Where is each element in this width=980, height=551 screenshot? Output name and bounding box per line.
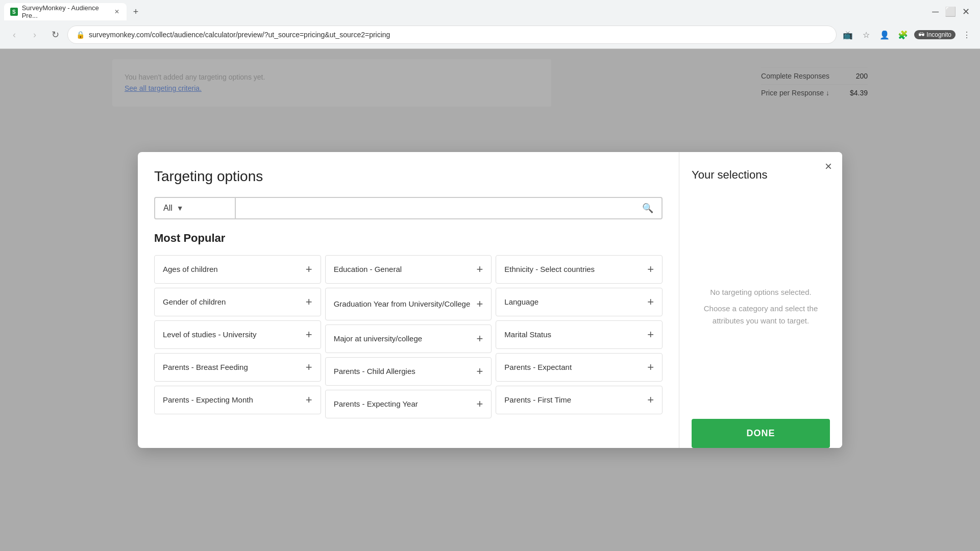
new-tab-button[interactable]: + [129, 5, 143, 19]
reload-button[interactable]: ↻ [47, 27, 63, 43]
option-item-parents-child-allergies[interactable]: Parents - Child Allergies+ [325, 357, 492, 386]
option-item-ages-children[interactable]: Ages of children+ [154, 255, 321, 284]
add-icon-language: + [647, 295, 654, 309]
modal-content-area: Most Popular Ages of children+Gender of … [154, 232, 663, 448]
option-item-marital-status[interactable]: Marital Status+ [496, 320, 663, 349]
modal-overlay: × Targeting options All ▼ 🔍 [0, 49, 980, 551]
option-item-parents-expecting-month[interactable]: Parents - Expecting Month+ [154, 386, 321, 414]
page-background: You haven't added any targeting options … [0, 49, 980, 551]
option-item-parents-first-time[interactable]: Parents - First Time+ [496, 386, 663, 414]
no-selections-line2: Choose a category and select the attribu… [696, 303, 826, 327]
maximize-button[interactable]: ⬜ [945, 6, 956, 17]
close-modal-button[interactable]: × [825, 160, 832, 172]
window-controls: ─ ⬜ ✕ [932, 6, 976, 17]
add-icon-major-university: + [476, 332, 483, 345]
option-item-parents-expectant[interactable]: Parents - Expectant+ [496, 353, 663, 382]
tab-close-button[interactable]: ✕ [113, 8, 120, 16]
close-window-button[interactable]: ✕ [962, 6, 970, 17]
add-icon-graduation-year: + [476, 297, 483, 311]
option-label-language: Language [504, 297, 538, 307]
cast-icon[interactable]: 📺 [841, 28, 855, 42]
option-label-parents-child-allergies: Parents - Child Allergies [334, 366, 415, 377]
back-button[interactable]: ‹ [6, 27, 22, 43]
menu-icon[interactable]: ⋮ [960, 28, 974, 42]
search-icon[interactable]: 🔍 [642, 203, 653, 214]
add-icon-ages-children: + [306, 263, 312, 276]
modal-title: Targeting options [154, 168, 663, 185]
add-icon-parents-first-time: + [647, 393, 654, 407]
add-icon-parents-expecting-month: + [306, 393, 312, 407]
dropdown-arrow-icon: ▼ [177, 204, 184, 212]
add-icon-level-studies: + [306, 328, 312, 341]
modal-right-panel: Your selections No targeting options sel… [679, 152, 842, 448]
search-input[interactable] [244, 204, 642, 213]
option-label-parents-expectant: Parents - Expectant [504, 362, 572, 372]
lock-icon: 🔒 [76, 31, 85, 39]
tab-bar: S SurveyMonkey - Audience Pre... ✕ + ─ ⬜… [0, 0, 980, 20]
filter-bar: All ▼ 🔍 [154, 197, 663, 219]
option-label-ages-children: Ages of children [163, 264, 218, 274]
add-icon-parents-expecting-year: + [476, 397, 483, 411]
items-grid: Ages of children+Gender of children+Leve… [154, 255, 663, 418]
selections-title: Your selections [692, 168, 830, 182]
no-selections-line1: No targeting options selected. [710, 286, 811, 298]
add-icon-marital-status: + [647, 328, 654, 341]
forward-button[interactable]: › [27, 27, 43, 43]
option-label-major-university: Major at university/college [334, 334, 422, 344]
browser-chrome: S SurveyMonkey - Audience Pre... ✕ + ─ ⬜… [0, 0, 980, 49]
option-label-parents-expecting-year: Parents - Expecting Year [334, 399, 418, 409]
modal-left-panel: Targeting options All ▼ 🔍 Most Popular [138, 152, 679, 448]
add-icon-ethnicity-countries: + [647, 263, 654, 276]
option-label-gender-children: Gender of children [163, 297, 226, 307]
incognito-badge: 🕶 Incognito [914, 30, 955, 39]
active-tab[interactable]: S SurveyMonkey - Audience Pre... ✕ [4, 3, 127, 20]
option-item-major-university[interactable]: Major at university/college+ [325, 324, 492, 353]
option-item-education-general[interactable]: Education - General+ [325, 255, 492, 284]
option-item-language[interactable]: Language+ [496, 288, 663, 316]
option-label-graduation-year: Graduation Year from University/College [334, 299, 471, 309]
tab-favicon: S [10, 8, 18, 16]
option-label-education-general: Education - General [334, 264, 402, 274]
done-button[interactable]: DONE [692, 419, 830, 448]
add-icon-parents-child-allergies: + [476, 365, 483, 378]
section-title: Most Popular [154, 232, 663, 245]
profile-icon[interactable]: 👤 [877, 28, 892, 42]
option-label-marital-status: Marital Status [504, 330, 551, 340]
nav-extras: 📺 ☆ 👤 🧩 🕶 Incognito ⋮ [841, 28, 974, 42]
dropdown-value: All [163, 204, 173, 213]
add-icon-parents-expectant: + [647, 361, 654, 374]
option-label-parents-first-time: Parents - First Time [504, 395, 571, 405]
option-label-level-studies: Level of studies - University [163, 330, 256, 340]
no-selections-message: No targeting options selected. Choose a … [692, 194, 830, 419]
minimize-button[interactable]: ─ [932, 7, 939, 17]
option-item-gender-children[interactable]: Gender of children+ [154, 288, 321, 316]
add-icon-parents-breast-feeding: + [306, 361, 312, 374]
nav-bar: ‹ › ↻ 🔒 surveymonkey.com/collect/audienc… [0, 20, 980, 49]
option-label-parents-expecting-month: Parents - Expecting Month [163, 395, 253, 405]
option-item-level-studies[interactable]: Level of studies - University+ [154, 320, 321, 349]
url-bar[interactable]: 🔒 surveymonkey.com/collect/audience/calc… [67, 26, 837, 44]
targeting-options-modal: × Targeting options All ▼ 🔍 [138, 152, 842, 448]
add-icon-gender-children: + [306, 295, 312, 309]
url-text: surveymonkey.com/collect/audience/calcul… [89, 31, 828, 39]
add-icon-education-general: + [476, 263, 483, 276]
incognito-label: Incognito [926, 31, 951, 38]
extensions-icon[interactable]: 🧩 [896, 28, 910, 42]
column-1: Ages of children+Gender of children+Leve… [154, 255, 321, 418]
column-3: Ethnicity - Select countries+Language+Ma… [496, 255, 663, 418]
option-label-parents-breast-feeding: Parents - Breast Feeding [163, 362, 248, 372]
category-dropdown[interactable]: All ▼ [154, 197, 236, 219]
search-bar: 🔍 [236, 197, 663, 219]
tab-title: SurveyMonkey - Audience Pre... [22, 4, 109, 19]
option-item-ethnicity-countries[interactable]: Ethnicity - Select countries+ [496, 255, 663, 284]
option-label-ethnicity-countries: Ethnicity - Select countries [504, 264, 595, 274]
option-item-parents-expecting-year[interactable]: Parents - Expecting Year+ [325, 390, 492, 418]
option-item-graduation-year[interactable]: Graduation Year from University/College+ [325, 288, 492, 320]
bookmark-icon[interactable]: ☆ [859, 28, 873, 42]
option-item-parents-breast-feeding[interactable]: Parents - Breast Feeding+ [154, 353, 321, 382]
column-2: Education - General+Graduation Year from… [325, 255, 492, 418]
